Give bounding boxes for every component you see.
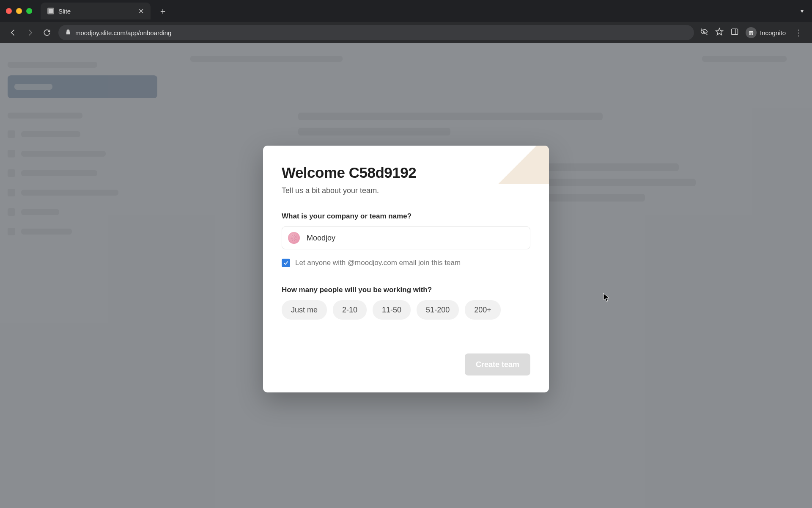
svg-marker-0 bbox=[716, 28, 723, 35]
team-avatar-icon[interactable] bbox=[288, 232, 300, 244]
new-tab-button[interactable]: ＋ bbox=[156, 5, 169, 17]
toolbar-right: Incognito ⋮ bbox=[700, 27, 804, 38]
svg-point-4 bbox=[752, 33, 753, 35]
window-controls bbox=[6, 8, 32, 14]
browser-chrome: Slite ✕ ＋ ▾ moodjoy.slite.com/app/onboar… bbox=[0, 0, 812, 43]
team-size-option-2-10[interactable]: 2-10 bbox=[333, 300, 367, 320]
team-size-options: Just me 2-10 11-50 51-200 200+ bbox=[282, 300, 530, 320]
tab-title: Slite bbox=[58, 8, 71, 15]
close-tab-button[interactable]: ✕ bbox=[138, 7, 144, 15]
back-button[interactable] bbox=[8, 27, 19, 38]
team-size-option-200plus[interactable]: 200+ bbox=[465, 300, 501, 320]
team-size-option-11-50[interactable]: 11-50 bbox=[373, 300, 411, 320]
address-bar[interactable]: moodjoy.slite.com/app/onboarding bbox=[58, 25, 694, 40]
company-name-field[interactable] bbox=[282, 226, 530, 249]
onboarding-modal: Welcome C58d9192 Tell us a bit about you… bbox=[263, 146, 549, 392]
maximize-window-button[interactable] bbox=[26, 8, 32, 14]
browser-menu-button[interactable]: ⋮ bbox=[793, 28, 804, 38]
browser-tab[interactable]: Slite ✕ bbox=[41, 3, 151, 19]
url-text: moodjoy.slite.com/app/onboarding bbox=[75, 29, 171, 36]
incognito-icon bbox=[746, 27, 757, 38]
create-team-button[interactable]: Create team bbox=[465, 353, 530, 375]
svg-rect-1 bbox=[732, 29, 738, 34]
team-size-label: How many people will you be working with… bbox=[282, 286, 530, 294]
modal-corner-decoration bbox=[490, 146, 549, 184]
allow-domain-text: Let anyone with @moodjoy.com email join … bbox=[295, 259, 461, 267]
incognito-indicator[interactable]: Incognito bbox=[746, 27, 786, 38]
reload-button[interactable] bbox=[41, 27, 52, 38]
svg-point-3 bbox=[749, 33, 751, 35]
allow-domain-checkbox[interactable] bbox=[282, 259, 290, 267]
browser-toolbar: moodjoy.slite.com/app/onboarding Incogni… bbox=[0, 22, 812, 43]
eye-off-icon[interactable] bbox=[700, 28, 708, 38]
minimize-window-button[interactable] bbox=[16, 8, 22, 14]
company-name-input[interactable] bbox=[306, 233, 524, 243]
team-size-option-just-me[interactable]: Just me bbox=[282, 300, 327, 320]
tab-strip: Slite ✕ ＋ ▾ bbox=[0, 0, 812, 22]
tab-favicon-icon bbox=[47, 8, 54, 14]
page-viewport: Welcome C58d9192 Tell us a bit about you… bbox=[0, 43, 812, 508]
company-name-label: What is your company or team name? bbox=[282, 212, 530, 221]
modal-subheading: Tell us a bit about your team. bbox=[282, 186, 530, 195]
close-window-button[interactable] bbox=[6, 8, 12, 14]
lock-icon bbox=[65, 29, 71, 36]
incognito-label: Incognito bbox=[760, 29, 786, 36]
panel-icon[interactable] bbox=[730, 28, 739, 38]
forward-button[interactable] bbox=[25, 27, 36, 38]
team-size-option-51-200[interactable]: 51-200 bbox=[417, 300, 459, 320]
star-icon[interactable] bbox=[715, 28, 724, 38]
modal-overlay[interactable]: Welcome C58d9192 Tell us a bit about you… bbox=[0, 43, 812, 508]
tabs-dropdown-icon[interactable]: ▾ bbox=[801, 8, 804, 14]
allow-domain-row[interactable]: Let anyone with @moodjoy.com email join … bbox=[282, 259, 530, 267]
